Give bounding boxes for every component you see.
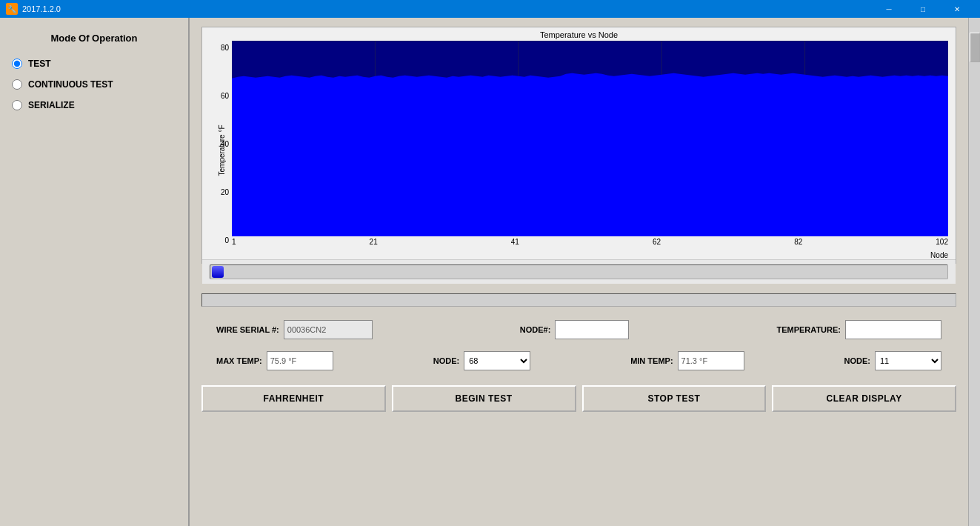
wire-serial-group: WIRE SERIAL #:	[216, 320, 373, 339]
maximize-button[interactable]: □	[906, 0, 940, 18]
x-tick-41: 41	[511, 238, 519, 251]
x-tick-62: 62	[653, 238, 661, 251]
sidebar-title: Mode Of Operation	[12, 33, 176, 44]
radio-test-input[interactable]	[12, 59, 22, 69]
chart-plot	[232, 41, 948, 236]
fields-area: WIRE SERIAL #: NODE#: TEMPERATURE: MAX T…	[201, 314, 956, 376]
radio-continuous-input[interactable]	[12, 79, 22, 90]
window-title: 2017.1.2.0	[22, 4, 872, 13]
begin-test-button[interactable]: BEGIN TEST	[392, 385, 576, 412]
sidebar: Mode Of Operation TEST CONTINUOUS TEST S…	[0, 18, 190, 526]
min-temp-label: MIN TEMP:	[630, 356, 673, 365]
fields-row-2: MAX TEMP: NODE: 68 69 70 MIN TEMP: N	[201, 351, 956, 370]
wire-serial-input	[284, 320, 373, 339]
chart-title: Temperature vs Node	[202, 27, 956, 41]
close-button[interactable]: ✕	[940, 0, 974, 18]
node-max-select[interactable]: 68 69 70	[464, 351, 530, 370]
radio-test-label: TEST	[28, 59, 51, 69]
radio-serialize[interactable]: SERIALIZE	[12, 100, 176, 110]
temperature-label: TEMPERATURE:	[776, 325, 841, 334]
node-min-select[interactable]: 11 12 13	[875, 351, 941, 370]
radio-continuous-label: CONTINUOUS TEST	[28, 79, 113, 90]
node-min-label: NODE:	[844, 356, 870, 365]
y-tick-20: 20	[221, 188, 229, 196]
chart-svg	[232, 41, 948, 236]
vertical-scrollbar[interactable]	[968, 18, 980, 526]
progress-bar	[201, 293, 956, 307]
y-axis-label-outer: Temperature °F	[218, 124, 226, 176]
content-area: Temperature vs Node Temperature °F 80 60…	[190, 18, 968, 526]
x-tick-82: 82	[794, 238, 802, 251]
y-tick-80: 80	[221, 44, 229, 52]
x-axis-label: Node	[232, 251, 948, 259]
svg-marker-8	[232, 73, 948, 236]
minimize-button[interactable]: ─	[872, 0, 906, 18]
x-tick-102: 102	[936, 238, 948, 251]
chart-container: Temperature vs Node Temperature °F 80 60…	[201, 27, 956, 264]
radio-serialize-label: SERIALIZE	[28, 100, 75, 110]
max-temp-label: MAX TEMP:	[216, 356, 262, 365]
slider-area	[202, 259, 956, 284]
main-container: Mode Of Operation TEST CONTINUOUS TEST S…	[0, 18, 980, 526]
buttons-row: FAHRENHEIT BEGIN TEST STOP TEST CLEAR DI…	[201, 382, 956, 415]
node-group: NODE#:	[520, 320, 630, 339]
clear-display-button[interactable]: CLEAR DISPLAY	[772, 385, 956, 412]
max-temp-input	[267, 351, 333, 370]
y-tick-60: 60	[221, 92, 229, 100]
radio-serialize-input[interactable]	[12, 100, 22, 110]
y-tick-0: 0	[224, 236, 229, 244]
min-temp-group: MIN TEMP:	[630, 351, 744, 370]
x-tick-1: 1	[232, 238, 236, 251]
node-max-group: NODE: 68 69 70	[433, 351, 530, 370]
stop-test-button[interactable]: STOP TEST	[582, 385, 767, 412]
node-min-group: NODE: 11 12 13	[844, 351, 941, 370]
fahrenheit-button[interactable]: FAHRENHEIT	[201, 385, 386, 412]
temperature-input[interactable]	[845, 320, 941, 339]
radio-continuous[interactable]: CONTINUOUS TEST	[12, 79, 176, 90]
fields-row-1: WIRE SERIAL #: NODE#: TEMPERATURE:	[201, 320, 956, 339]
app-icon: 🔧	[6, 3, 18, 15]
temperature-group: TEMPERATURE:	[776, 320, 941, 339]
slider-track	[210, 264, 948, 279]
min-temp-input	[678, 351, 744, 370]
node-max-label: NODE:	[433, 356, 459, 365]
titlebar: 🔧 2017.1.2.0 ─ □ ✕	[0, 0, 980, 18]
x-tick-21: 21	[370, 238, 378, 251]
radio-test[interactable]: TEST	[12, 59, 176, 69]
node-label: NODE#:	[520, 325, 551, 334]
wire-serial-label: WIRE SERIAL #:	[216, 325, 279, 334]
window-controls: ─ □ ✕	[872, 0, 974, 18]
mode-radio-group: TEST CONTINUOUS TEST SERIALIZE	[12, 59, 176, 110]
max-temp-group: MAX TEMP:	[216, 351, 333, 370]
scrollbar-thumb[interactable]	[970, 33, 980, 62]
node-input[interactable]	[555, 320, 629, 339]
slider-thumb[interactable]	[212, 266, 224, 278]
